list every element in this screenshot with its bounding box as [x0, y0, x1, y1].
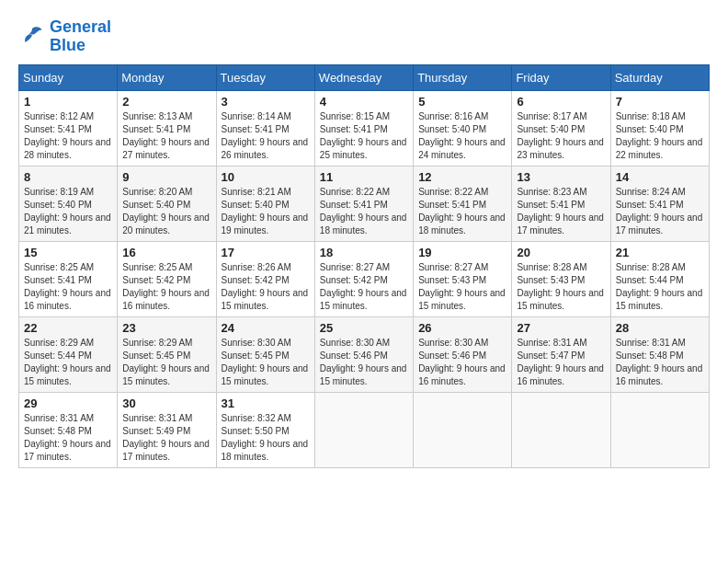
day-info: Sunrise: 8:30 AM Sunset: 5:46 PM Dayligh… [320, 337, 408, 388]
logo-icon [18, 23, 46, 51]
day-number: 31 [222, 396, 310, 410]
day-cell: 16 Sunrise: 8:25 AM Sunset: 5:42 PM Dayl… [118, 241, 216, 316]
day-number: 8 [24, 170, 112, 184]
day-number: 19 [418, 246, 506, 259]
calendar-table: SundayMondayTuesdayWednesdayThursdayFrid… [18, 64, 710, 468]
day-cell [512, 392, 610, 467]
day-cell: 14 Sunrise: 8:24 AM Sunset: 5:41 PM Dayl… [610, 166, 709, 241]
weekday-header-friday: Friday [512, 64, 610, 90]
weekday-header-saturday: Saturday [610, 64, 709, 90]
day-info: Sunrise: 8:18 AM Sunset: 5:40 PM Dayligh… [616, 110, 704, 162]
day-cell: 26 Sunrise: 8:30 AM Sunset: 5:46 PM Dayl… [414, 316, 512, 392]
day-cell: 12 Sunrise: 8:22 AM Sunset: 5:41 PM Dayl… [414, 166, 512, 241]
day-number: 3 [222, 95, 310, 109]
day-number: 22 [24, 321, 112, 335]
day-info: Sunrise: 8:17 AM Sunset: 5:40 PM Dayligh… [517, 110, 605, 162]
day-number: 17 [222, 246, 310, 259]
week-row-5: 29 Sunrise: 8:31 AM Sunset: 5:48 PM Dayl… [19, 392, 710, 467]
day-info: Sunrise: 8:22 AM Sunset: 5:41 PM Dayligh… [418, 186, 506, 237]
day-cell: 23 Sunrise: 8:29 AM Sunset: 5:45 PM Dayl… [118, 316, 216, 392]
day-number: 7 [616, 95, 704, 109]
day-cell: 8 Sunrise: 8:19 AM Sunset: 5:40 PM Dayli… [19, 166, 118, 241]
day-info: Sunrise: 8:31 AM Sunset: 5:47 PM Dayligh… [517, 337, 605, 388]
day-cell: 15 Sunrise: 8:25 AM Sunset: 5:41 PM Dayl… [19, 241, 118, 316]
logo: General Blue [18, 18, 111, 55]
day-cell: 28 Sunrise: 8:31 AM Sunset: 5:48 PM Dayl… [610, 316, 709, 392]
day-info: Sunrise: 8:30 AM Sunset: 5:46 PM Dayligh… [418, 337, 506, 388]
day-cell: 6 Sunrise: 8:17 AM Sunset: 5:40 PM Dayli… [512, 90, 610, 166]
weekday-header-sunday: Sunday [19, 64, 118, 90]
day-cell: 1 Sunrise: 8:12 AM Sunset: 5:41 PM Dayli… [19, 90, 118, 166]
day-info: Sunrise: 8:28 AM Sunset: 5:44 PM Dayligh… [616, 261, 704, 313]
day-info: Sunrise: 8:31 AM Sunset: 5:48 PM Dayligh… [24, 412, 112, 464]
day-cell: 4 Sunrise: 8:15 AM Sunset: 5:41 PM Dayli… [314, 90, 413, 166]
weekday-header-thursday: Thursday [414, 64, 512, 90]
day-number: 6 [517, 95, 605, 109]
day-number: 9 [122, 170, 210, 184]
day-number: 12 [418, 170, 506, 184]
day-info: Sunrise: 8:26 AM Sunset: 5:42 PM Dayligh… [222, 261, 310, 313]
day-number: 29 [24, 396, 112, 410]
day-cell: 19 Sunrise: 8:27 AM Sunset: 5:43 PM Dayl… [414, 241, 512, 316]
day-number: 1 [24, 95, 112, 109]
logo-text: General Blue [50, 18, 111, 55]
day-info: Sunrise: 8:16 AM Sunset: 5:40 PM Dayligh… [418, 110, 506, 162]
day-cell: 30 Sunrise: 8:31 AM Sunset: 5:49 PM Dayl… [118, 392, 216, 467]
week-row-3: 15 Sunrise: 8:25 AM Sunset: 5:41 PM Dayl… [19, 241, 710, 316]
day-info: Sunrise: 8:27 AM Sunset: 5:42 PM Dayligh… [320, 261, 408, 313]
day-cell: 17 Sunrise: 8:26 AM Sunset: 5:42 PM Dayl… [216, 241, 314, 316]
day-number: 11 [320, 170, 408, 184]
day-cell: 7 Sunrise: 8:18 AM Sunset: 5:40 PM Dayli… [610, 90, 709, 166]
week-row-2: 8 Sunrise: 8:19 AM Sunset: 5:40 PM Dayli… [19, 166, 710, 241]
day-info: Sunrise: 8:32 AM Sunset: 5:50 PM Dayligh… [222, 412, 310, 464]
day-number: 28 [616, 321, 704, 335]
day-cell: 29 Sunrise: 8:31 AM Sunset: 5:48 PM Dayl… [19, 392, 118, 467]
day-number: 30 [122, 396, 210, 410]
day-number: 2 [122, 95, 210, 109]
day-number: 18 [320, 246, 408, 259]
day-cell: 3 Sunrise: 8:14 AM Sunset: 5:41 PM Dayli… [216, 90, 314, 166]
day-info: Sunrise: 8:22 AM Sunset: 5:41 PM Dayligh… [320, 186, 408, 237]
day-cell [314, 392, 413, 467]
day-cell: 20 Sunrise: 8:28 AM Sunset: 5:43 PM Dayl… [512, 241, 610, 316]
day-number: 20 [517, 246, 605, 259]
weekday-header-tuesday: Tuesday [216, 64, 314, 90]
day-number: 10 [222, 170, 310, 184]
day-info: Sunrise: 8:27 AM Sunset: 5:43 PM Dayligh… [418, 261, 506, 313]
page-header: General Blue [18, 18, 710, 55]
day-info: Sunrise: 8:29 AM Sunset: 5:45 PM Dayligh… [122, 337, 210, 388]
day-cell: 13 Sunrise: 8:23 AM Sunset: 5:41 PM Dayl… [512, 166, 610, 241]
day-info: Sunrise: 8:20 AM Sunset: 5:40 PM Dayligh… [122, 186, 210, 237]
day-number: 24 [222, 321, 310, 335]
day-number: 23 [122, 321, 210, 335]
day-info: Sunrise: 8:19 AM Sunset: 5:40 PM Dayligh… [24, 186, 112, 237]
week-row-4: 22 Sunrise: 8:29 AM Sunset: 5:44 PM Dayl… [19, 316, 710, 392]
day-cell: 27 Sunrise: 8:31 AM Sunset: 5:47 PM Dayl… [512, 316, 610, 392]
day-cell: 11 Sunrise: 8:22 AM Sunset: 5:41 PM Dayl… [314, 166, 413, 241]
day-number: 5 [418, 95, 506, 109]
day-number: 14 [616, 170, 704, 184]
day-cell: 2 Sunrise: 8:13 AM Sunset: 5:41 PM Dayli… [118, 90, 216, 166]
day-cell: 18 Sunrise: 8:27 AM Sunset: 5:42 PM Dayl… [314, 241, 413, 316]
day-info: Sunrise: 8:15 AM Sunset: 5:41 PM Dayligh… [320, 110, 408, 162]
day-cell [610, 392, 709, 467]
day-cell: 22 Sunrise: 8:29 AM Sunset: 5:44 PM Dayl… [19, 316, 118, 392]
day-info: Sunrise: 8:23 AM Sunset: 5:41 PM Dayligh… [517, 186, 605, 237]
day-info: Sunrise: 8:29 AM Sunset: 5:44 PM Dayligh… [24, 337, 112, 388]
day-cell: 31 Sunrise: 8:32 AM Sunset: 5:50 PM Dayl… [216, 392, 314, 467]
weekday-header-row: SundayMondayTuesdayWednesdayThursdayFrid… [19, 64, 710, 90]
day-info: Sunrise: 8:30 AM Sunset: 5:45 PM Dayligh… [222, 337, 310, 388]
day-cell: 9 Sunrise: 8:20 AM Sunset: 5:40 PM Dayli… [118, 166, 216, 241]
day-info: Sunrise: 8:25 AM Sunset: 5:41 PM Dayligh… [24, 261, 112, 313]
day-info: Sunrise: 8:31 AM Sunset: 5:49 PM Dayligh… [122, 412, 210, 464]
weekday-header-wednesday: Wednesday [314, 64, 413, 90]
day-info: Sunrise: 8:25 AM Sunset: 5:42 PM Dayligh… [122, 261, 210, 313]
day-info: Sunrise: 8:13 AM Sunset: 5:41 PM Dayligh… [122, 110, 210, 162]
weekday-header-monday: Monday [118, 64, 216, 90]
day-number: 26 [418, 321, 506, 335]
day-number: 4 [320, 95, 408, 109]
day-cell: 25 Sunrise: 8:30 AM Sunset: 5:46 PM Dayl… [314, 316, 413, 392]
day-number: 25 [320, 321, 408, 335]
day-info: Sunrise: 8:12 AM Sunset: 5:41 PM Dayligh… [24, 110, 112, 162]
day-cell: 21 Sunrise: 8:28 AM Sunset: 5:44 PM Dayl… [610, 241, 709, 316]
